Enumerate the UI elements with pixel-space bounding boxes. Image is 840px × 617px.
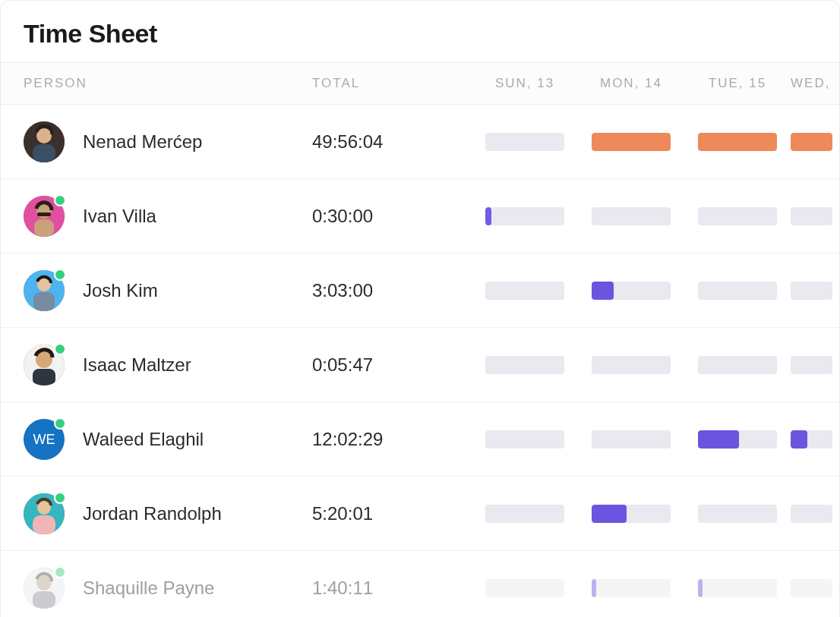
day-cell[interactable] bbox=[472, 207, 578, 225]
person-cell[interactable]: Nenad Merćep bbox=[24, 121, 312, 162]
time-bar bbox=[698, 356, 777, 374]
table-row[interactable]: Jordan Randolph5:20:01 bbox=[1, 477, 839, 551]
time-bar bbox=[592, 356, 671, 374]
avatar[interactable] bbox=[24, 196, 65, 237]
table-row[interactable]: Nenad Merćep49:56:04 bbox=[1, 105, 839, 179]
person-name[interactable]: Waleed Elaghil bbox=[83, 429, 204, 450]
person-name[interactable]: Isaac Maltzer bbox=[83, 354, 191, 376]
avatar[interactable] bbox=[24, 568, 65, 609]
svg-rect-20 bbox=[33, 591, 55, 609]
day-cell[interactable] bbox=[684, 505, 791, 523]
day-cell[interactable] bbox=[578, 356, 684, 374]
day-cell[interactable] bbox=[791, 579, 840, 597]
avatar[interactable] bbox=[24, 121, 65, 162]
day-cell[interactable] bbox=[791, 207, 840, 225]
time-bar bbox=[592, 430, 671, 449]
time-bar bbox=[698, 207, 777, 225]
avatar[interactable] bbox=[24, 493, 65, 534]
svg-text:WE: WE bbox=[33, 432, 55, 447]
time-bar-fill bbox=[592, 579, 596, 597]
timesheet-card: Time Sheet PERSON TOTAL SUN, 13 MON, 14 … bbox=[0, 0, 840, 617]
person-cell[interactable]: Ivan Villa bbox=[24, 196, 312, 237]
day-cell[interactable] bbox=[472, 356, 578, 374]
avatar[interactable] bbox=[24, 270, 65, 311]
time-bar bbox=[592, 579, 671, 597]
time-bar bbox=[485, 207, 564, 225]
day-cell[interactable] bbox=[472, 430, 578, 449]
total-value: 0:30:00 bbox=[312, 206, 373, 226]
person-name[interactable]: Shaquille Payne bbox=[83, 578, 214, 599]
table-row[interactable]: Isaac Maltzer0:05:47 bbox=[1, 328, 839, 402]
table-header: PERSON TOTAL SUN, 13 MON, 14 TUE, 15 WED… bbox=[1, 62, 839, 105]
presence-dot-icon bbox=[54, 194, 66, 206]
time-bar-fill bbox=[791, 133, 832, 151]
time-bar bbox=[485, 579, 564, 597]
time-bar-fill bbox=[698, 579, 703, 597]
day-cell[interactable] bbox=[472, 282, 578, 300]
time-bar bbox=[791, 207, 832, 225]
day-cell[interactable] bbox=[684, 579, 791, 597]
table-row[interactable]: WEWaleed Elaghil12:02:29 bbox=[1, 402, 839, 477]
time-bar bbox=[791, 356, 832, 374]
time-bar-fill bbox=[791, 430, 807, 449]
svg-rect-12 bbox=[33, 369, 55, 386]
avatar[interactable]: WE bbox=[24, 419, 65, 460]
person-name[interactable]: Ivan Villa bbox=[83, 206, 156, 227]
person-name[interactable]: Josh Kim bbox=[83, 280, 158, 301]
svg-rect-9 bbox=[33, 292, 55, 311]
day-cell[interactable] bbox=[578, 282, 684, 300]
total-value: 5:20:01 bbox=[312, 503, 373, 524]
total-cell: 3:03:00 bbox=[312, 280, 472, 301]
day-cell[interactable] bbox=[791, 356, 840, 374]
column-header-day-1[interactable]: MON, 14 bbox=[578, 76, 684, 91]
time-bar-fill bbox=[592, 133, 671, 151]
time-bar bbox=[592, 207, 671, 225]
day-cell[interactable] bbox=[791, 430, 840, 449]
time-bar-fill bbox=[592, 282, 614, 300]
avatar[interactable] bbox=[24, 345, 65, 386]
table-row[interactable]: Josh Kim3:03:00 bbox=[1, 253, 839, 328]
person-cell[interactable]: Isaac Maltzer bbox=[24, 345, 312, 386]
time-bar bbox=[592, 282, 671, 300]
page-title: Time Sheet bbox=[1, 1, 839, 62]
day-cell[interactable] bbox=[684, 207, 791, 225]
time-bar bbox=[698, 505, 777, 523]
person-name[interactable]: Jordan Randolph bbox=[83, 503, 222, 524]
column-header-day-2[interactable]: TUE, 15 bbox=[684, 76, 791, 91]
total-cell: 12:02:29 bbox=[312, 429, 472, 450]
svg-rect-17 bbox=[33, 515, 55, 534]
day-cell[interactable] bbox=[684, 430, 791, 449]
day-cell[interactable] bbox=[684, 282, 791, 300]
presence-dot-icon bbox=[54, 343, 66, 355]
day-cell[interactable] bbox=[578, 133, 684, 151]
column-header-day-0[interactable]: SUN, 13 bbox=[472, 76, 578, 91]
column-header-total[interactable]: TOTAL bbox=[312, 76, 472, 91]
day-cell[interactable] bbox=[578, 430, 684, 449]
person-cell[interactable]: Josh Kim bbox=[24, 270, 312, 311]
day-cell[interactable] bbox=[578, 505, 684, 523]
table-row[interactable]: Shaquille Payne1:40:11 bbox=[1, 551, 839, 617]
day-cell[interactable] bbox=[578, 579, 684, 597]
time-bar bbox=[485, 133, 564, 151]
person-cell[interactable]: WEWaleed Elaghil bbox=[24, 419, 312, 460]
person-name[interactable]: Nenad Merćep bbox=[83, 131, 202, 153]
column-header-person[interactable]: PERSON bbox=[24, 76, 312, 91]
presence-dot-icon bbox=[54, 417, 66, 430]
day-cell[interactable] bbox=[472, 505, 578, 523]
total-cell: 0:30:00 bbox=[312, 206, 472, 227]
day-cell[interactable] bbox=[684, 133, 791, 151]
time-bar bbox=[592, 505, 671, 523]
total-cell: 5:20:01 bbox=[312, 503, 472, 524]
time-bar bbox=[592, 133, 671, 151]
day-cell[interactable] bbox=[472, 133, 578, 151]
day-cell[interactable] bbox=[578, 207, 684, 225]
person-cell[interactable]: Shaquille Payne bbox=[24, 568, 312, 609]
day-cell[interactable] bbox=[791, 133, 840, 151]
day-cell[interactable] bbox=[472, 579, 578, 597]
day-cell[interactable] bbox=[791, 282, 840, 300]
day-cell[interactable] bbox=[791, 505, 840, 523]
person-cell[interactable]: Jordan Randolph bbox=[24, 493, 312, 534]
day-cell[interactable] bbox=[684, 356, 791, 374]
table-row[interactable]: Ivan Villa0:30:00 bbox=[1, 179, 839, 253]
column-header-day-3[interactable]: WED, bbox=[791, 76, 840, 91]
